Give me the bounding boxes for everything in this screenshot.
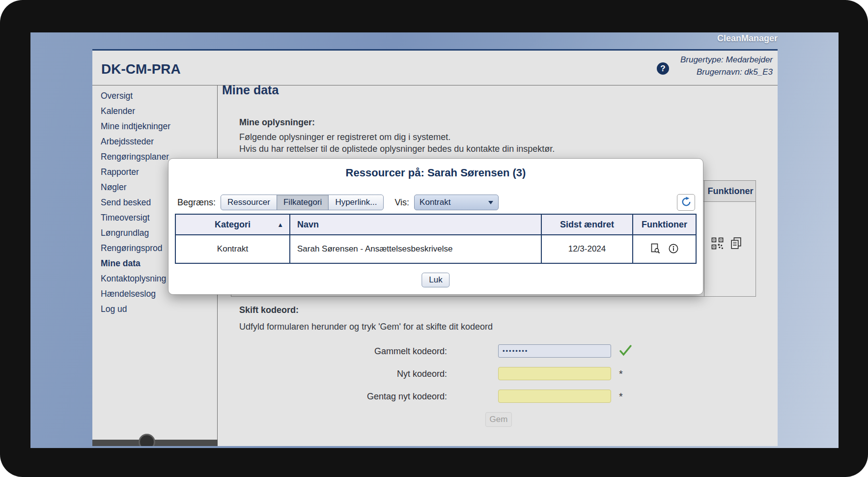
old-password-input[interactable]	[498, 344, 611, 358]
password-description: Udfyld formularen herunder og tryk 'Gem'…	[239, 322, 493, 332]
user-type-label: Brugertype: Medarbejder	[680, 54, 773, 66]
save-button[interactable]: Gem	[485, 412, 512, 427]
info-line-2: Hvis du har rettelser til de oplistede o…	[239, 144, 555, 154]
check-icon	[619, 344, 632, 359]
new-password-row: Nyt kodeord: *	[92, 366, 778, 381]
old-password-label: Gammelt kodeord:	[289, 344, 447, 359]
info-heading: Mine oplysninger:	[239, 117, 315, 128]
password-heading: Skift kodeord:	[239, 305, 299, 315]
filter-button-filkategori[interactable]: Filkategori	[277, 195, 329, 210]
cell-sidst-aendret: 12/3-2024	[541, 235, 633, 263]
info-line-1: Følgende oplysninger er registreret om d…	[239, 132, 450, 142]
filter-button-ressourcer[interactable]: Ressourcer	[221, 195, 277, 210]
repeat-password-row: Gentag nyt kodeord: *	[92, 389, 778, 404]
question-mark-glyph: ?	[660, 64, 665, 74]
filter-label: Begræns:	[177, 197, 216, 208]
close-button[interactable]: Luk	[421, 273, 449, 287]
info-icon	[668, 243, 679, 255]
sidebar-item-mine-indtjekninger[interactable]: Mine indtjekninger	[92, 119, 217, 134]
sidebar-item-oversigt[interactable]: Oversigt	[92, 88, 217, 104]
page-title: Mine data	[222, 83, 279, 97]
table-row: Kontrakt Sarah Sørensen - Ansættelsesbes…	[175, 235, 696, 263]
preview-document-icon	[650, 243, 660, 255]
sidebar-item-kalender[interactable]: Kalender	[92, 104, 217, 119]
resources-row-function-icons	[711, 237, 742, 252]
column-header-sidst-aendret[interactable]: Sidst ændret	[541, 214, 633, 235]
qr-code-button[interactable]	[711, 237, 724, 252]
resources-table: Kategori ▲ Navn Sidst ændret Funktioner …	[175, 214, 697, 264]
refresh-button[interactable]	[677, 194, 695, 211]
user-info: Brugertype: Medarbejder Brugernavn: dk5_…	[680, 54, 773, 78]
cell-kategori: Kontrakt	[175, 235, 290, 263]
sidebar-item-arbejdssteder[interactable]: Arbejdssteder	[92, 134, 217, 149]
required-asterisk: *	[619, 391, 623, 402]
column-header-kategori[interactable]: Kategori ▲	[175, 214, 290, 235]
filter-button-hyperlink[interactable]: Hyperlink...	[328, 195, 384, 210]
old-password-row: Gammelt kodeord:	[92, 344, 778, 359]
column-header-funktioner[interactable]: Funktioner	[633, 214, 696, 235]
vis-dropdown[interactable]: Kontrakt	[414, 195, 499, 210]
repeat-password-label: Gentag nyt kodeord:	[289, 389, 447, 404]
cell-navn: Sarah Sørensen - Ansættelsesbeskrivelse	[290, 235, 541, 263]
column-header-navn[interactable]: Navn	[290, 214, 541, 235]
password-valid-indicator	[619, 344, 632, 359]
table-header-row: Kategori ▲ Navn Sidst ændret Funktioner	[175, 214, 696, 235]
funktioner-column-header: Funktioner	[704, 181, 756, 202]
repeat-password-input[interactable]	[498, 390, 611, 403]
refresh-icon	[681, 196, 692, 209]
required-asterisk: *	[619, 368, 623, 380]
qr-code-icon	[711, 237, 724, 252]
sidebar-item-log-ud[interactable]: Log ud	[92, 302, 217, 317]
monitor-bezel: CleanManager DK-CM-PRA ? Brugertype: Med…	[0, 0, 868, 477]
resources-modal: Ressourcer på: Sarah Sørensen (3) Begræn…	[168, 158, 703, 295]
copy-document-button[interactable]	[730, 237, 742, 252]
sort-asc-icon: ▲	[277, 221, 283, 228]
help-icon[interactable]: ?	[657, 62, 669, 75]
chevron-down-icon	[488, 201, 493, 204]
cell-funktioner	[633, 235, 696, 263]
modal-title: Ressourcer på: Sarah Sørensen (3)	[168, 167, 703, 179]
copy-document-icon	[730, 237, 742, 252]
modal-controls: Begræns: Ressourcer Filkategori Hyperlin…	[177, 194, 695, 211]
info-button[interactable]	[668, 243, 679, 255]
vis-label: Vis:	[394, 197, 409, 208]
user-name-label: Brugernavn: dk5_E3	[680, 66, 773, 78]
new-password-input[interactable]	[498, 367, 611, 380]
new-password-label: Nyt kodeord:	[289, 366, 447, 381]
preview-button[interactable]	[650, 243, 660, 255]
vis-dropdown-value: Kontrakt	[420, 197, 450, 207]
app-title: DK-CM-PRA	[101, 61, 181, 77]
brand-logo: CleanManager	[717, 33, 778, 44]
